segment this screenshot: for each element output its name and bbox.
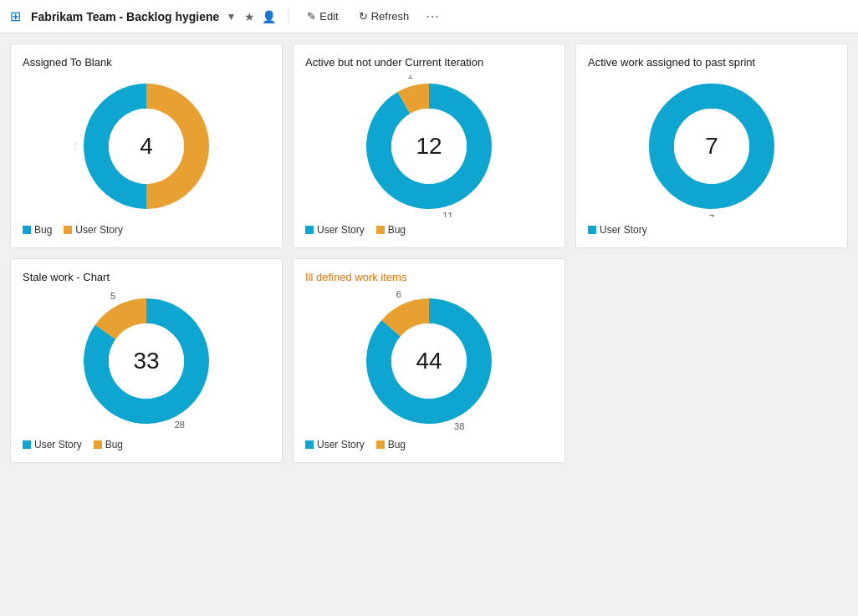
legend-label: User Story: [75, 224, 123, 236]
refresh-label: Refresh: [371, 10, 410, 23]
svg-text:4: 4: [140, 133, 153, 159]
legend-label: User Story: [34, 439, 82, 451]
chart-legend: BugUser Story: [23, 224, 123, 236]
separator: [288, 8, 289, 25]
legend-color: [588, 226, 596, 234]
legend-label: User Story: [317, 224, 365, 236]
legend-label: User Story: [317, 439, 365, 451]
card-active-not-current: Active but not under Current Iteration11…: [293, 43, 565, 248]
legend-item: Bug: [376, 224, 406, 236]
svg-text:2: 2: [217, 140, 217, 150]
card-ill-defined: Ill defined work items38644User StoryBug: [293, 258, 565, 463]
svg-text:28: 28: [175, 420, 185, 430]
chart-legend: User StoryBug: [23, 439, 123, 451]
legend-color: [376, 226, 385, 234]
edit-label: Edit: [319, 10, 338, 23]
svg-text:6: 6: [396, 290, 401, 299]
card-title: Active but not under Current Iteration: [305, 56, 483, 69]
legend-item: User Story: [305, 439, 365, 451]
chevron-down-icon[interactable]: ▼: [226, 11, 236, 23]
legend-item: User Story: [305, 224, 365, 236]
legend-label: Bug: [388, 439, 406, 451]
legend-item: Bug: [23, 224, 52, 236]
svg-text:12: 12: [416, 133, 442, 159]
edit-icon: ✎: [307, 10, 316, 23]
svg-text:1: 1: [407, 75, 412, 80]
svg-text:5: 5: [110, 291, 115, 301]
legend-label: Bug: [34, 224, 52, 236]
header: ⊞ Fabrikam Team - Backlog hygiene ▼ ★ 👤 …: [0, 0, 858, 33]
card-assigned-to-blank: Assigned To Blank224BugUser Story: [10, 43, 283, 248]
card-active-past-sprint: Active work assigned to past sprint77Use…: [575, 43, 848, 248]
card-title: Active work assigned to past sprint: [588, 56, 755, 69]
legend-color: [305, 226, 314, 234]
card-title: Assigned To Blank: [23, 56, 112, 69]
svg-text:33: 33: [133, 348, 159, 374]
legend-label: User Story: [600, 224, 647, 236]
refresh-button[interactable]: ↻ Refresh: [352, 7, 416, 26]
legend-item: Bug: [376, 439, 406, 451]
page-title: Fabrikam Team - Backlog hygiene: [31, 10, 219, 23]
more-icon[interactable]: ⋯: [422, 5, 442, 28]
card-title: Ill defined work items: [305, 271, 406, 283]
chart-legend: User Story: [588, 224, 647, 236]
chart-legend: User StoryBug: [305, 224, 406, 236]
chart-area[interactable]: 38644: [305, 290, 553, 432]
legend-color: [376, 440, 385, 449]
refresh-icon: ↻: [359, 10, 368, 23]
svg-text:7: 7: [709, 213, 714, 217]
chart-area[interactable]: 11112: [305, 75, 553, 217]
svg-text:2: 2: [75, 140, 76, 150]
svg-text:38: 38: [454, 421, 464, 431]
legend-label: Bug: [105, 439, 123, 451]
legend-item: User Story: [23, 439, 82, 451]
legend-color: [94, 440, 102, 449]
svg-text:11: 11: [442, 211, 452, 217]
logo-icon: ⊞: [10, 8, 21, 24]
chart-area[interactable]: 77: [588, 75, 835, 217]
legend-item: User Story: [588, 224, 647, 236]
card-title: Stale work - Chart: [23, 271, 110, 283]
edit-button[interactable]: ✎ Edit: [300, 7, 345, 26]
chart-area[interactable]: 28533: [23, 290, 270, 432]
dashboard: Assigned To Blank224BugUser StoryActive …: [0, 33, 858, 473]
legend-color: [23, 440, 31, 449]
legend-color: [64, 226, 72, 234]
chart-legend: User StoryBug: [305, 439, 406, 451]
legend-color: [23, 226, 31, 234]
star-icon[interactable]: ★: [244, 10, 255, 23]
legend-item: Bug: [94, 439, 123, 451]
chart-area[interactable]: 224: [23, 75, 270, 217]
card-stale-work: Stale work - Chart28533User StoryBug: [10, 258, 283, 463]
svg-text:7: 7: [705, 133, 718, 159]
person-icon[interactable]: 👤: [262, 10, 276, 23]
svg-text:44: 44: [416, 348, 442, 374]
legend-item: User Story: [64, 224, 123, 236]
legend-color: [305, 440, 314, 449]
legend-label: Bug: [388, 224, 406, 236]
